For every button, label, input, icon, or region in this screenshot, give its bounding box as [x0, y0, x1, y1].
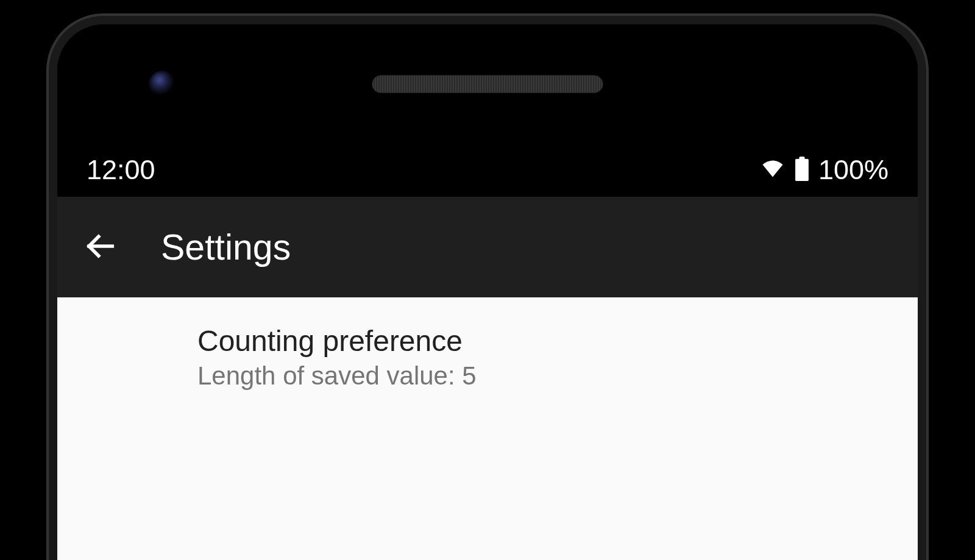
phone-screen: 12:00 100% [57, 143, 918, 560]
status-right-group: 100% [760, 154, 888, 186]
arrow-back-icon [83, 230, 116, 264]
back-button[interactable] [83, 230, 117, 264]
preference-title: Counting preference [197, 324, 892, 358]
battery-percent: 100% [818, 154, 888, 186]
phone-top-bezel [57, 24, 918, 143]
svg-rect-1 [799, 157, 804, 160]
app-bar: Settings [57, 197, 918, 297]
settings-content: Counting preference Length of saved valu… [57, 297, 918, 560]
status-time: 12:00 [87, 154, 155, 186]
preference-summary: Length of saved value: 5 [197, 361, 892, 391]
battery-icon [795, 157, 809, 183]
wifi-icon [760, 158, 785, 182]
phone-speaker-grille [372, 75, 603, 93]
counting-preference-item[interactable]: Counting preference Length of saved valu… [57, 297, 918, 417]
phone-front-camera [149, 71, 176, 97]
svg-rect-0 [795, 159, 809, 181]
phone-device-frame: 12:00 100% [49, 16, 926, 560]
status-bar: 12:00 100% [57, 143, 918, 197]
page-title: Settings [161, 227, 291, 268]
